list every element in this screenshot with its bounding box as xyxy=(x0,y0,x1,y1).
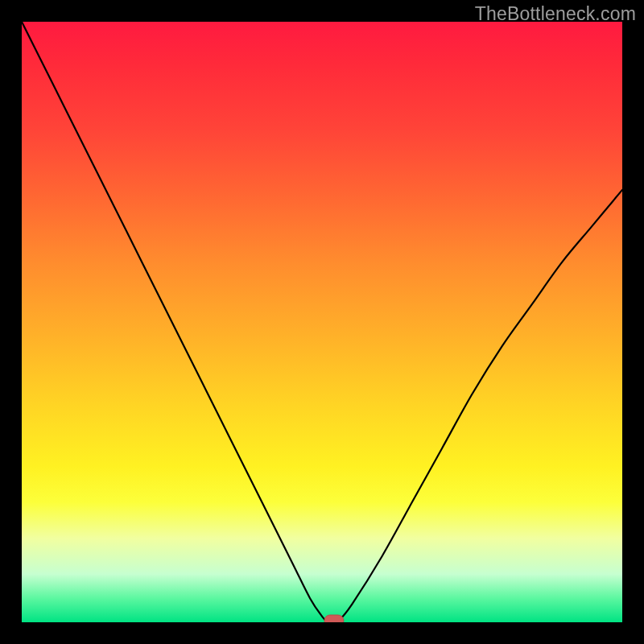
watermark-text: TheBottleneck.com xyxy=(475,3,636,25)
bottleneck-curve xyxy=(22,22,622,622)
chart-svg xyxy=(22,22,622,622)
optimum-marker xyxy=(324,615,344,622)
plot-area xyxy=(22,22,622,622)
chart-frame: TheBottleneck.com xyxy=(0,0,644,644)
